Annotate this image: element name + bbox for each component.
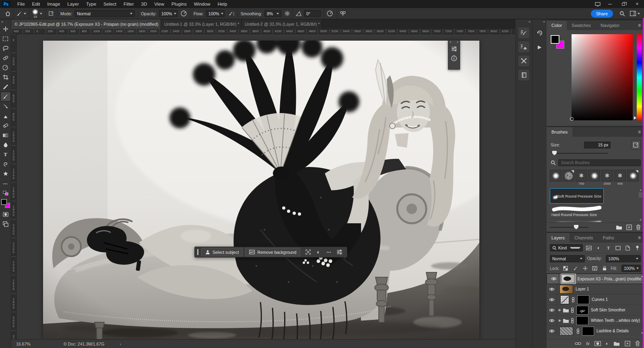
menu-layer[interactable]: Layer xyxy=(64,2,83,6)
history-brush-tool[interactable] xyxy=(0,101,11,111)
visibility-eye-icon[interactable] xyxy=(547,294,557,305)
layer-thumbnail[interactable] xyxy=(559,285,573,294)
visibility-eye-icon[interactable] xyxy=(547,284,557,294)
tool-presets-panel-icon[interactable] xyxy=(518,56,529,66)
airbrush-icon[interactable] xyxy=(228,10,235,16)
group-expand-icon[interactable]: ▶ xyxy=(558,319,562,322)
menu-window[interactable]: Window xyxy=(190,2,214,6)
document-tab-3[interactable]: Untitled-2 @ 33.3% (Layer 1, RGB/8#) *× xyxy=(242,19,322,29)
brush-settings-panel-icon[interactable] xyxy=(518,27,529,38)
saturation-brightness-field[interactable] xyxy=(572,34,633,120)
visibility-eye-icon[interactable] xyxy=(547,326,557,336)
minimize-button[interactable] xyxy=(603,0,617,8)
taskbar-drag-handle[interactable] xyxy=(197,249,198,255)
flow-select[interactable]: 100% xyxy=(206,10,225,17)
tab-navigator[interactable]: Navigator xyxy=(596,21,624,30)
layer-style-fx-icon[interactable]: fx xyxy=(586,341,590,346)
crop-tool[interactable] xyxy=(0,72,11,82)
recent-brush-soft-2[interactable] xyxy=(588,170,600,186)
menu-3d[interactable]: 3D xyxy=(138,2,151,6)
mode-select[interactable]: Normal xyxy=(74,10,135,17)
filter-smart-object-icon[interactable] xyxy=(624,245,631,251)
recent-brush-scatter-2000[interactable]: ✻2000 xyxy=(601,170,613,186)
transform-icon[interactable] xyxy=(303,248,313,256)
remove-tool[interactable] xyxy=(0,63,11,72)
hue-slider-marker[interactable] xyxy=(634,116,636,119)
hue-slider[interactable] xyxy=(637,34,642,120)
layer-mask-thumbnail[interactable] xyxy=(577,295,589,304)
layer-filter-kind-select[interactable]: Kind xyxy=(550,244,583,251)
default-colors-icon[interactable] xyxy=(0,188,11,198)
pen-tool[interactable] xyxy=(0,159,11,169)
clone-stamp-tool[interactable] xyxy=(0,111,11,121)
menu-edit[interactable]: Edit xyxy=(29,2,44,6)
link-layers-icon[interactable] xyxy=(575,342,581,345)
tab-paths[interactable]: Paths xyxy=(598,233,619,243)
brush-list-scrollbar[interactable]: ▲▼ xyxy=(638,188,643,221)
delete-brush-icon[interactable] xyxy=(636,224,641,230)
move-tool[interactable] xyxy=(0,24,11,34)
eraser-tool[interactable] xyxy=(0,121,11,130)
history-panel-icon[interactable] xyxy=(534,27,545,38)
visibility-eye-icon[interactable] xyxy=(547,305,557,315)
tab-swatches[interactable]: Swatches xyxy=(567,21,596,30)
dock-expand-icon[interactable]: « xyxy=(527,19,532,24)
adjustment-icon[interactable]: ◐ xyxy=(313,248,324,256)
lock-artboard-icon[interactable] xyxy=(591,266,598,271)
actions-panel-icon[interactable]: ▶ xyxy=(534,41,545,52)
dock-expand-icon[interactable]: » xyxy=(541,19,547,24)
layer-mask-thumbnail[interactable] xyxy=(582,327,594,336)
new-brush-icon[interactable] xyxy=(626,224,632,230)
zoom-level-field[interactable]: 16.67% xyxy=(11,342,35,346)
recent-brush-soft[interactable] xyxy=(550,170,561,186)
close-button[interactable]: × xyxy=(630,0,644,8)
menu-view[interactable]: View xyxy=(151,2,168,6)
menu-image[interactable]: Image xyxy=(43,2,64,6)
brush-size-slider[interactable] xyxy=(551,153,608,154)
properties-sliders-icon[interactable] xyxy=(449,44,459,54)
lasso-tool[interactable] xyxy=(0,43,11,53)
layer-thumbnail[interactable] xyxy=(561,274,575,283)
layer-row-lashline[interactable]: Lashline & Details ▼ xyxy=(547,326,644,336)
brush-preset-picker[interactable]: 15 xyxy=(29,8,45,19)
taskbar-properties-icon[interactable] xyxy=(334,248,345,256)
lock-transparency-icon[interactable] xyxy=(562,266,569,271)
tab-color[interactable]: Color xyxy=(547,21,567,30)
curves-adjustment-icon[interactable] xyxy=(560,295,569,304)
status-chevron-icon[interactable]: › xyxy=(120,342,121,346)
blend-mode-select[interactable]: Normal xyxy=(550,255,585,262)
tab-channels[interactable]: Channels xyxy=(570,233,598,243)
shape-tool[interactable] xyxy=(0,169,11,179)
layer-row-layer1[interactable]: Layer 1 xyxy=(547,284,644,294)
recent-brush-scatter-400[interactable]: ✻400 xyxy=(614,170,626,186)
layer-thumbnail[interactable] xyxy=(559,327,573,336)
remove-background-button[interactable]: Remove background xyxy=(245,248,300,256)
brush-bottom-slider[interactable] xyxy=(550,227,588,228)
foreground-color-swatch[interactable] xyxy=(551,35,559,44)
document-tab-2[interactable]: Untitled-1 @ 33.3% (Layer 1, RGB/8#) *× xyxy=(161,19,242,29)
select-subject-button[interactable]: Select subject xyxy=(201,248,243,256)
toolbar-expand-icon[interactable]: » xyxy=(0,19,4,24)
lock-position-icon[interactable] xyxy=(582,266,588,271)
brush-edit-icon[interactable] xyxy=(631,140,641,150)
filter-toggle-pin-icon[interactable] xyxy=(634,245,641,251)
canvas-photo[interactable] xyxy=(43,41,479,339)
color-field-marker[interactable] xyxy=(570,117,574,121)
layer-opacity-select[interactable]: 100% xyxy=(606,255,641,262)
layer-row-whiten-teeth[interactable]: ▶ Whiten Teeth ...whites only) xyxy=(547,315,644,326)
recent-brush-scatter-700[interactable]: ✻700 xyxy=(576,170,587,186)
brush-size-input[interactable]: 15 px xyxy=(584,142,611,148)
ruler-horizontal[interactable]: 4002000200400600800100012001400160018002… xyxy=(11,29,515,34)
home-button[interactable] xyxy=(2,8,14,19)
brush-preset-soft-round-pressure-size[interactable]: Soft Round Pressure Size xyxy=(550,188,604,204)
spot-healing-brush-tool[interactable] xyxy=(0,53,11,63)
clone-source-panel-icon[interactable] xyxy=(518,41,529,52)
info-icon[interactable] xyxy=(449,54,459,63)
mini-panel-close-icon[interactable]: × xyxy=(457,41,458,43)
restore-button[interactable] xyxy=(617,0,630,8)
type-tool[interactable]: T xyxy=(0,150,11,159)
gradient-tool[interactable] xyxy=(0,130,11,140)
angle-input[interactable]: 0° xyxy=(304,10,321,17)
symmetry-icon[interactable] xyxy=(337,8,349,19)
new-group-icon[interactable] xyxy=(616,225,622,230)
